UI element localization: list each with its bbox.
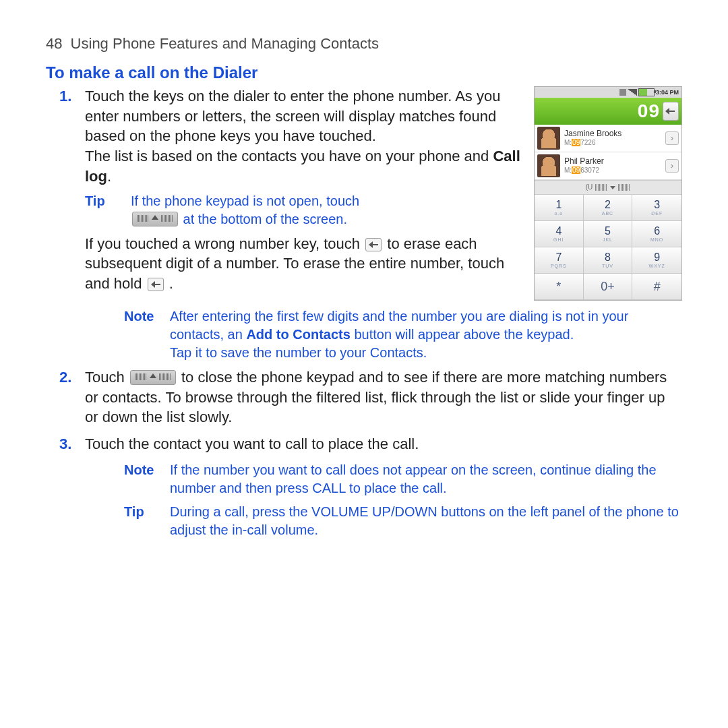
dial-keypad: 1o.o2ABC3DEF4GHI5JKL6MNO7PQRS8TUV9WXYZ*0…: [535, 195, 681, 300]
manual-page: 48 Using Phone Features and Managing Con…: [0, 0, 728, 539]
step-3: 3. Touch the contact you want to call to…: [46, 434, 682, 454]
dial-key-4[interactable]: 4GHI: [535, 221, 584, 247]
dial-key-9[interactable]: 9WXYZ: [632, 247, 681, 274]
step1-para1: Touch the keys on the dialer to enter th…: [85, 86, 527, 146]
contact-suggestion[interactable]: Jasmine BrooksM:097226›: [535, 125, 681, 152]
keypad-open-icon: [132, 212, 178, 226]
note-label: Note: [124, 307, 158, 362]
status-bar: 3:04 PM: [535, 87, 681, 98]
signal-icon: [628, 89, 637, 96]
dial-key-2[interactable]: 2ABC: [584, 195, 633, 221]
contact-details-button[interactable]: ›: [665, 131, 679, 145]
dial-key-star[interactable]: *: [535, 274, 584, 300]
step-number: 1.: [59, 86, 71, 107]
contact-avatar: [537, 154, 560, 177]
dial-key-7[interactable]: 7PQRS: [535, 247, 584, 274]
note-body: After entering the first few digits and …: [170, 307, 682, 362]
section-heading: To make a call on the Dialer: [46, 62, 682, 84]
step-2: 2. Touch to close the phone keypad and t…: [46, 367, 682, 427]
note-continue-dial: Note If the number you want to call does…: [46, 461, 682, 497]
step1-para3: If you touched a wrong number key, touch…: [85, 234, 527, 294]
keypad-mini-icon: [595, 184, 607, 191]
contact-avatar: [537, 127, 560, 150]
step1-para2: The list is based on the contacts you ha…: [85, 146, 527, 186]
running-header: 48 Using Phone Features and Managing Con…: [46, 34, 682, 54]
step-number: 2.: [59, 367, 71, 388]
backspace-icon: [148, 278, 164, 291]
contact-name: Jasmine Brooks: [564, 129, 621, 138]
page-number: 48: [46, 35, 62, 52]
chevron-down-icon: [610, 186, 615, 189]
status-time: 3:04 PM: [656, 88, 679, 96]
chapter-title: Using Phone Features and Managing Contac…: [71, 35, 379, 52]
step1-tip: Tip If the phone keypad is not open, tou…: [85, 192, 527, 229]
dial-key-hash[interactable]: #: [632, 274, 681, 300]
keypad-mini-icon: [618, 184, 630, 191]
contact-number: M:0963072: [564, 166, 604, 175]
dial-key-6[interactable]: 6MNO: [632, 221, 681, 247]
contact-details-button[interactable]: ›: [665, 159, 679, 173]
battery-icon: [638, 88, 655, 96]
dial-key-8[interactable]: 8TUV: [584, 247, 633, 274]
tip-volume: Tip During a call, press the VOLUME UP/D…: [46, 503, 682, 539]
contact-name: Phil Parker: [564, 157, 604, 166]
tip-body: During a call, press the VOLUME UP/DOWN …: [170, 503, 682, 539]
phone-screenshot: 3:04 PM 09 Jasmine BrooksM:097226›Phil P…: [534, 86, 682, 301]
note-add-to-contacts: Note After entering the first few digits…: [46, 307, 682, 362]
dial-key-3[interactable]: 3DEF: [632, 195, 681, 221]
dial-key-0[interactable]: 0+: [584, 274, 633, 300]
step-number: 3.: [59, 434, 71, 454]
dial-key-5[interactable]: 5JKL: [584, 221, 633, 247]
note-body: If the number you want to call does not …: [170, 461, 682, 497]
tip-body: If the phone keypad is not open, touch a…: [131, 192, 527, 229]
backspace-icon: [365, 238, 382, 251]
contact-suggestion[interactable]: Phil ParkerM:0963072›: [535, 152, 681, 180]
entered-digits: 09: [638, 98, 660, 124]
keypad-collapse-bar[interactable]: (U: [535, 180, 681, 195]
step-1: 1. Touch the keys on the dialer to enter…: [46, 86, 682, 301]
note-label: Note: [124, 461, 158, 497]
dial-backspace-button[interactable]: [663, 102, 679, 121]
network-3g-icon: [619, 89, 626, 96]
dial-entry-bar: 09: [535, 98, 681, 125]
tip-label: Tip: [124, 503, 158, 539]
dial-key-1[interactable]: 1o.o: [535, 195, 584, 221]
keypad-close-icon: [130, 370, 176, 385]
contact-number: M:097226: [564, 138, 621, 148]
tip-label: Tip: [85, 192, 119, 229]
